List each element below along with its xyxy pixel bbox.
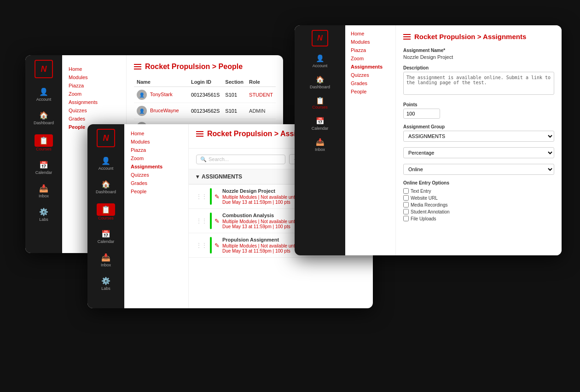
course-link-assignments-p[interactable]: Assignments bbox=[69, 99, 126, 105]
name-tony[interactable]: TonyStark bbox=[150, 92, 173, 97]
course-link-piazza-p[interactable]: Piazza bbox=[69, 83, 126, 88]
col-role: Role bbox=[246, 77, 276, 87]
drag-handle-1[interactable]: ⋮⋮ bbox=[196, 193, 207, 200]
course-link-people-a[interactable]: People bbox=[131, 189, 188, 194]
table-row: 👤 BruceWayne 001234562S S101 ADMIN bbox=[134, 103, 276, 119]
checkbox-website-url[interactable] bbox=[403, 195, 409, 201]
course-sidebar-detail: Home Modules Piazza Zoom Assignments Qui… bbox=[345, 25, 396, 255]
avatar-tony: 👤 bbox=[137, 90, 147, 100]
green-bar-1 bbox=[210, 188, 212, 205]
course-link-grades-d[interactable]: Grades bbox=[351, 81, 395, 86]
green-bar-2 bbox=[210, 213, 212, 229]
course-link-modules-p[interactable]: Modules bbox=[69, 75, 126, 80]
submission-type-select[interactable]: Online bbox=[403, 164, 554, 175]
edit-icon-2[interactable]: ✎ bbox=[215, 218, 220, 225]
group-name: ASSIGNMENTS bbox=[202, 173, 242, 180]
search-box[interactable]: 🔍 Search... bbox=[196, 155, 285, 164]
inbox-icon-a: 📥 bbox=[101, 253, 110, 262]
drag-handle-3[interactable]: ⋮⋮ bbox=[196, 242, 207, 248]
sidebar-item-dashboard-a[interactable]: 🏠 Dashboard bbox=[87, 177, 124, 197]
checkbox-student-annotation[interactable] bbox=[403, 209, 409, 214]
grading-type-select[interactable]: Percentage bbox=[403, 147, 554, 158]
course-link-grades-p[interactable]: Grades bbox=[69, 116, 126, 121]
sidebar-item-calendar-p[interactable]: 📅 Calendar bbox=[25, 158, 62, 178]
inbox-icon-p: 📥 bbox=[39, 184, 48, 193]
col-section: Section bbox=[222, 77, 246, 87]
description-textarea[interactable]: The assignment is available online. Subm… bbox=[403, 72, 554, 95]
form-group-submission-type: Online bbox=[403, 164, 554, 175]
assign-group-label: Assignment Group bbox=[403, 124, 554, 129]
sidebar-item-courses-a[interactable]: 📋 Courses bbox=[87, 201, 124, 223]
collapse-icon[interactable]: ▾ bbox=[196, 173, 199, 180]
online-options-label: Online Entry Options bbox=[403, 180, 554, 185]
logo-detail: N bbox=[312, 30, 328, 46]
sidebar-item-dashboard-d[interactable]: 🏠 Dashboard bbox=[295, 73, 345, 92]
course-link-zoom-d[interactable]: Zoom bbox=[351, 56, 395, 61]
calendar-icon-d: 📅 bbox=[316, 117, 325, 125]
course-link-people-d[interactable]: People bbox=[351, 89, 395, 94]
sidebar-item-inbox-p[interactable]: 📥 Inbox bbox=[25, 181, 62, 201]
course-link-modules-d[interactable]: Modules bbox=[351, 39, 395, 45]
account-icon-p: 👤 bbox=[39, 87, 48, 96]
course-link-zoom-a[interactable]: Zoom bbox=[131, 156, 188, 161]
checkbox-file-uploads[interactable] bbox=[403, 216, 409, 221]
section-bruce: S101 bbox=[222, 103, 246, 119]
detail-form-main: Rocket Propulsion > Assignments Assignme… bbox=[396, 25, 562, 255]
edit-icon-1[interactable]: ✎ bbox=[215, 193, 220, 200]
online-options-list: Text Entry Website URL Media Recordings … bbox=[403, 188, 554, 221]
courses-icon-p: 📋 bbox=[39, 137, 48, 144]
course-link-piazza-a[interactable]: Piazza bbox=[131, 147, 188, 153]
course-link-assignments-a[interactable]: Assignments bbox=[131, 164, 188, 169]
course-link-quizzes-a[interactable]: Quizzes bbox=[131, 172, 188, 178]
course-link-modules-a[interactable]: Modules bbox=[131, 139, 188, 144]
drag-handle-2[interactable]: ⋮⋮ bbox=[196, 218, 207, 224]
sidebar-item-dashboard-p[interactable]: 🏠 Dashboard bbox=[25, 108, 62, 128]
sidebar-item-inbox-a[interactable]: 📥 Inbox bbox=[87, 250, 124, 270]
course-link-grades-a[interactable]: Grades bbox=[131, 180, 188, 186]
form-group-assign-group: Assignment Group ASSIGNMENTS bbox=[403, 124, 554, 142]
courses-icon-d: 📋 bbox=[316, 97, 325, 104]
points-input[interactable] bbox=[403, 109, 440, 119]
col-loginid: Login ID bbox=[188, 77, 222, 87]
calendar-icon-p: 📅 bbox=[39, 161, 48, 169]
inbox-icon-d: 📥 bbox=[316, 138, 325, 146]
course-link-home-d[interactable]: Home bbox=[351, 31, 395, 36]
logo-people: N bbox=[35, 60, 53, 78]
course-link-quizzes-p[interactable]: Quizzes bbox=[69, 108, 126, 113]
account-icon-a: 👤 bbox=[101, 156, 110, 165]
course-link-assignments-d[interactable]: Assignments bbox=[351, 64, 395, 69]
sidebar-item-labs-p[interactable]: ⚙️ Labs bbox=[25, 205, 62, 225]
assign-group-select[interactable]: ASSIGNMENTS bbox=[403, 131, 554, 142]
checkbox-text-entry[interactable] bbox=[403, 188, 409, 194]
sidebar-item-courses-p[interactable]: 📋 Courses bbox=[25, 132, 62, 154]
course-link-piazza-d[interactable]: Piazza bbox=[351, 47, 395, 53]
hamburger-people[interactable] bbox=[134, 64, 141, 69]
option-file-uploads: File Uploads bbox=[403, 216, 554, 221]
sidebar-item-inbox-d[interactable]: 📥 Inbox bbox=[295, 136, 345, 154]
hamburger-detail[interactable] bbox=[403, 34, 411, 40]
sidebar-item-account-d[interactable]: 👤 Account bbox=[295, 52, 345, 70]
sidebar-item-account-a[interactable]: 👤 Account bbox=[87, 154, 124, 173]
sidebar-item-calendar-a[interactable]: 📅 Calendar bbox=[87, 227, 124, 247]
course-link-home-a[interactable]: Home bbox=[131, 131, 188, 136]
edit-icon-3[interactable]: ✎ bbox=[215, 242, 220, 249]
green-bar-3 bbox=[210, 237, 212, 254]
loginid-bruce: 001234562S bbox=[188, 103, 222, 119]
labs-icon-p: ⚙️ bbox=[39, 208, 48, 216]
checkbox-media-recordings[interactable] bbox=[403, 202, 409, 208]
option-student-annotation: Student Annotation bbox=[403, 209, 554, 214]
col-name: Name bbox=[134, 77, 188, 87]
account-icon-d: 👤 bbox=[316, 54, 325, 63]
sidebar-item-courses-d[interactable]: 📋 Courses bbox=[295, 94, 345, 112]
search-icon: 🔍 bbox=[200, 156, 207, 162]
course-link-zoom-p[interactable]: Zoom bbox=[69, 91, 126, 97]
course-link-quizzes-d[interactable]: Quizzes bbox=[351, 72, 395, 78]
form-group-grading-type: Percentage bbox=[403, 147, 554, 158]
sidebar-item-labs-a[interactable]: ⚙️ Labs bbox=[87, 274, 124, 294]
sidebar-item-calendar-d[interactable]: 📅 Calendar bbox=[295, 115, 345, 133]
table-row: 👤 TonyStark 001234561S S101 STUDENT bbox=[134, 87, 276, 103]
hamburger-assign[interactable] bbox=[196, 131, 203, 137]
course-link-home-p[interactable]: Home bbox=[69, 66, 126, 72]
name-bruce[interactable]: BruceWayne bbox=[150, 108, 179, 113]
sidebar-item-account-p[interactable]: 👤 Account bbox=[25, 85, 62, 104]
